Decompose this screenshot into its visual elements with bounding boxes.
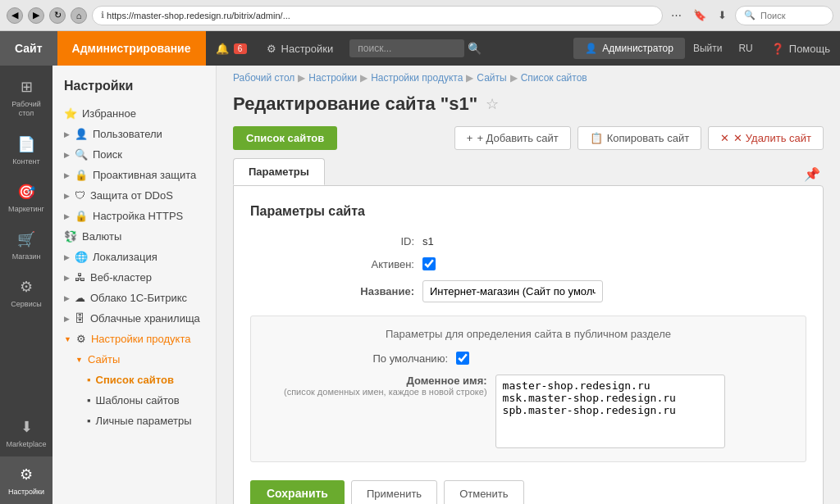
- breadcrumb-sites[interactable]: Сайты: [477, 72, 506, 84]
- nav-item-product-settings[interactable]: ▼ ⚙ Настройки продукта: [52, 329, 216, 349]
- default-checkbox[interactable]: [456, 352, 469, 365]
- nav-item-currency[interactable]: 💱 Валюты: [52, 226, 216, 247]
- sidebar-item-settings[interactable]: ⚙ Настройки: [0, 456, 52, 504]
- chevron-right-icon: ▶: [64, 171, 70, 179]
- product-settings-icon: ⚙: [76, 333, 86, 345]
- nav-item-ddos[interactable]: ▶ 🛡 Защита от DDoS: [52, 185, 216, 206]
- home-button[interactable]: ⌂: [71, 7, 87, 24]
- back-button[interactable]: ◀: [7, 7, 23, 24]
- nav-item-locale[interactable]: ▶ 🌐 Локализация: [52, 247, 216, 267]
- add-site-button[interactable]: + + Добавить сайт: [454, 126, 571, 150]
- form-row-id: ID: s1: [234, 230, 823, 252]
- domain-textarea[interactable]: master-shop.redesign.ru msk.master-shop.…: [495, 375, 725, 448]
- chevron-right-icon: ▶: [64, 212, 70, 220]
- search-nav-icon: 🔍: [75, 148, 88, 161]
- form-panel: Параметры сайта ID: s1 Активен: Название…: [233, 185, 824, 504]
- url-bar[interactable]: ℹ https://master-shop.redesign.ru/bitrix…: [92, 6, 663, 25]
- bullet-icon: ▪: [87, 374, 91, 386]
- download-button[interactable]: ⬇: [714, 7, 730, 23]
- browser-search-input[interactable]: [760, 11, 826, 20]
- language-selector[interactable]: RU: [730, 43, 760, 54]
- help-button[interactable]: ❓ Помощь: [761, 43, 840, 55]
- page-header: Редактирование сайта "s1" ☆: [217, 90, 840, 126]
- name-label: Название:: [250, 285, 414, 297]
- settings-nav-button[interactable]: ⚙ Настройки: [257, 31, 344, 66]
- save-button[interactable]: Сохранить: [250, 480, 345, 504]
- cloud-icon: ☁: [75, 292, 85, 304]
- domain-hint: (список доменных имен, каждое в новой ст…: [284, 387, 487, 397]
- form-row-name: Название:: [234, 275, 823, 307]
- page-toolbar: Список сайтов + + Добавить сайт 📋 Копиро…: [217, 126, 840, 158]
- chevron-right-icon: ▶: [64, 294, 70, 302]
- breadcrumb-product-settings[interactable]: Настройки продукта: [371, 72, 463, 84]
- icon-sidebar: ⊞ Рабочий стол 📄 Контент 🎯 Маркетинг 🛒 М…: [0, 66, 52, 504]
- nav-item-users[interactable]: ▶ 👤 Пользователи: [52, 124, 216, 144]
- favorite-star-icon[interactable]: ☆: [486, 95, 499, 113]
- top-search-input[interactable]: [349, 39, 464, 57]
- active-checkbox[interactable]: [422, 257, 436, 270]
- extensions-button[interactable]: ⋯: [668, 7, 685, 23]
- form-section-title: Параметры сайта: [234, 199, 823, 230]
- sidebar-item-marketplace[interactable]: ⬇ Marketplace: [0, 409, 52, 456]
- refresh-button[interactable]: ↻: [49, 7, 66, 24]
- site-button[interactable]: Сайт: [0, 31, 57, 66]
- sidebar-item-desktop[interactable]: ⊞ Рабочий стол: [0, 69, 52, 126]
- bookmark-button[interactable]: 🔖: [690, 7, 710, 23]
- nav-item-sites-list[interactable]: ▪ Список сайтов: [52, 370, 216, 390]
- plus-icon: +: [467, 132, 473, 144]
- users-icon: 👤: [75, 128, 88, 140]
- nav-item-cloud[interactable]: ▶ ☁ Облако 1С-Битрикс: [52, 288, 216, 308]
- sidebar-item-services[interactable]: ⚙ Сервисы: [0, 269, 52, 316]
- chevron-right-icon: ▶: [64, 151, 70, 159]
- sidebar-item-shop[interactable]: 🛒 Магазин: [0, 221, 52, 269]
- default-label: По умолчанию:: [284, 352, 448, 365]
- notifications-button[interactable]: 🔔 6: [206, 31, 257, 66]
- bullet-icon: ▪: [87, 394, 91, 406]
- pin-icon[interactable]: 📌: [801, 163, 824, 185]
- tab-params[interactable]: Параметры: [233, 158, 325, 185]
- copy-site-button[interactable]: 📋 Копировать сайт: [578, 126, 702, 150]
- breadcrumb-desktop[interactable]: Рабочий стол: [233, 72, 294, 84]
- breadcrumb-settings[interactable]: Настройки: [308, 72, 357, 84]
- browser-chrome: ◀ ▶ ↻ ⌂ ℹ https://master-shop.redesign.r…: [0, 0, 840, 31]
- user-menu[interactable]: 👤 Администратор: [573, 38, 685, 59]
- nav-sidebar: Настройки ⭐ Избранное ▶ 👤 Пользователи ▶…: [52, 66, 217, 504]
- nav-item-search[interactable]: ▶ 🔍 Поиск: [52, 144, 216, 165]
- chevron-right-icon: ▶: [64, 192, 70, 200]
- form-row-domain: Доменное имя: (список доменных имен, каж…: [267, 370, 789, 453]
- sidebar-item-content[interactable]: 📄 Контент: [0, 126, 52, 174]
- forward-button[interactable]: ▶: [28, 7, 44, 24]
- breadcrumb-sep: ▶: [298, 72, 305, 84]
- id-value: s1: [422, 235, 434, 247]
- delete-site-button[interactable]: ✕ ✕ Удалить сайт: [708, 126, 824, 150]
- sites-list-button[interactable]: Список сайтов: [233, 126, 337, 150]
- name-input[interactable]: [422, 280, 603, 302]
- nav-item-cloudstorage[interactable]: ▶ 🗄 Облачные хранилища: [52, 308, 216, 329]
- nav-item-sites-templates[interactable]: ▪ Шаблоны сайтов: [52, 390, 216, 411]
- nav-item-favorites[interactable]: ⭐ Избранное: [52, 103, 216, 124]
- form-subsection: Параметры для определения сайта в публич…: [250, 316, 806, 462]
- admin-button[interactable]: Администрирование: [57, 31, 206, 66]
- logout-button[interactable]: Выйти: [685, 43, 731, 54]
- form-row-active: Активен:: [234, 252, 823, 275]
- nav-item-proactive[interactable]: ▶ 🔒 Проактивная защита: [52, 165, 216, 185]
- search-icon[interactable]: 🔍: [468, 42, 482, 55]
- nav-item-sites[interactable]: ▼ Сайты: [52, 349, 216, 370]
- cancel-button[interactable]: Отменить: [444, 480, 523, 504]
- content-area: Рабочий стол ▶ Настройки ▶ Настройки про…: [217, 66, 840, 504]
- page-title: Редактирование сайта "s1": [233, 93, 477, 115]
- breadcrumb-sites-list[interactable]: Список сайтов: [521, 72, 587, 84]
- proactive-icon: 🔒: [75, 169, 88, 181]
- apply-button[interactable]: Применить: [351, 480, 437, 504]
- services-icon: ⚙: [16, 277, 36, 297]
- nav-item-page-params[interactable]: ▪ Личные параметры: [52, 411, 216, 431]
- favorites-icon: ⭐: [64, 107, 77, 120]
- nav-item-webcluster[interactable]: ▶ 🖧 Веб-кластер: [52, 267, 216, 288]
- breadcrumb-sep: ▶: [466, 72, 473, 84]
- nav-item-https[interactable]: ▶ 🔒 Настройка HTTPS: [52, 206, 216, 226]
- active-label: Активен:: [250, 258, 414, 270]
- sidebar-item-marketing[interactable]: 🎯 Маркетинг: [0, 174, 52, 221]
- chevron-right-icon: ▶: [64, 130, 70, 138]
- subsection-title: Параметры для определения сайта в публич…: [267, 325, 789, 347]
- marketing-icon: 🎯: [16, 182, 36, 202]
